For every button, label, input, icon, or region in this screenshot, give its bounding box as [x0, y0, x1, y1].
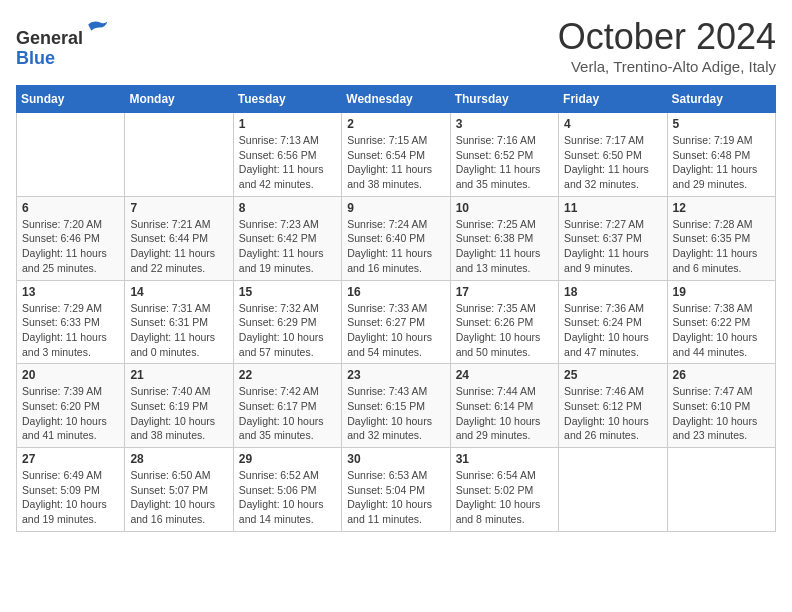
day-number: 4	[564, 117, 661, 131]
logo-bird-icon	[85, 16, 109, 44]
calendar-cell: 27Sunrise: 6:49 AM Sunset: 5:09 PM Dayli…	[17, 448, 125, 532]
logo: General Blue	[16, 16, 109, 69]
calendar-cell: 6Sunrise: 7:20 AM Sunset: 6:46 PM Daylig…	[17, 196, 125, 280]
calendar-week-row: 27Sunrise: 6:49 AM Sunset: 5:09 PM Dayli…	[17, 448, 776, 532]
day-number: 2	[347, 117, 444, 131]
day-info: Sunrise: 7:36 AM Sunset: 6:24 PM Dayligh…	[564, 301, 661, 360]
calendar-cell: 21Sunrise: 7:40 AM Sunset: 6:19 PM Dayli…	[125, 364, 233, 448]
day-number: 30	[347, 452, 444, 466]
day-info: Sunrise: 7:20 AM Sunset: 6:46 PM Dayligh…	[22, 217, 119, 276]
day-info: Sunrise: 7:38 AM Sunset: 6:22 PM Dayligh…	[673, 301, 770, 360]
day-number: 19	[673, 285, 770, 299]
calendar-cell: 30Sunrise: 6:53 AM Sunset: 5:04 PM Dayli…	[342, 448, 450, 532]
day-info: Sunrise: 7:28 AM Sunset: 6:35 PM Dayligh…	[673, 217, 770, 276]
day-number: 31	[456, 452, 553, 466]
day-info: Sunrise: 7:40 AM Sunset: 6:19 PM Dayligh…	[130, 384, 227, 443]
day-number: 1	[239, 117, 336, 131]
location-subtitle: Verla, Trentino-Alto Adige, Italy	[558, 58, 776, 75]
day-number: 29	[239, 452, 336, 466]
calendar-cell: 17Sunrise: 7:35 AM Sunset: 6:26 PM Dayli…	[450, 280, 558, 364]
calendar-cell: 15Sunrise: 7:32 AM Sunset: 6:29 PM Dayli…	[233, 280, 341, 364]
calendar-cell: 16Sunrise: 7:33 AM Sunset: 6:27 PM Dayli…	[342, 280, 450, 364]
month-title: October 2024	[558, 16, 776, 58]
day-info: Sunrise: 7:39 AM Sunset: 6:20 PM Dayligh…	[22, 384, 119, 443]
day-number: 10	[456, 201, 553, 215]
day-number: 6	[22, 201, 119, 215]
calendar-cell: 3Sunrise: 7:16 AM Sunset: 6:52 PM Daylig…	[450, 113, 558, 197]
day-number: 8	[239, 201, 336, 215]
calendar-cell	[125, 113, 233, 197]
calendar-cell: 12Sunrise: 7:28 AM Sunset: 6:35 PM Dayli…	[667, 196, 775, 280]
day-info: Sunrise: 7:21 AM Sunset: 6:44 PM Dayligh…	[130, 217, 227, 276]
day-info: Sunrise: 7:42 AM Sunset: 6:17 PM Dayligh…	[239, 384, 336, 443]
day-number: 18	[564, 285, 661, 299]
logo-text: General Blue	[16, 16, 109, 69]
day-number: 26	[673, 368, 770, 382]
day-info: Sunrise: 7:25 AM Sunset: 6:38 PM Dayligh…	[456, 217, 553, 276]
day-info: Sunrise: 7:29 AM Sunset: 6:33 PM Dayligh…	[22, 301, 119, 360]
day-info: Sunrise: 7:35 AM Sunset: 6:26 PM Dayligh…	[456, 301, 553, 360]
day-info: Sunrise: 7:19 AM Sunset: 6:48 PM Dayligh…	[673, 133, 770, 192]
calendar-cell: 26Sunrise: 7:47 AM Sunset: 6:10 PM Dayli…	[667, 364, 775, 448]
day-header-monday: Monday	[125, 86, 233, 113]
day-number: 5	[673, 117, 770, 131]
calendar-cell	[17, 113, 125, 197]
day-info: Sunrise: 7:43 AM Sunset: 6:15 PM Dayligh…	[347, 384, 444, 443]
day-info: Sunrise: 7:47 AM Sunset: 6:10 PM Dayligh…	[673, 384, 770, 443]
day-header-tuesday: Tuesday	[233, 86, 341, 113]
day-info: Sunrise: 7:16 AM Sunset: 6:52 PM Dayligh…	[456, 133, 553, 192]
day-info: Sunrise: 7:17 AM Sunset: 6:50 PM Dayligh…	[564, 133, 661, 192]
calendar-cell	[667, 448, 775, 532]
logo-general: General	[16, 28, 83, 48]
day-number: 23	[347, 368, 444, 382]
day-header-wednesday: Wednesday	[342, 86, 450, 113]
calendar-cell: 9Sunrise: 7:24 AM Sunset: 6:40 PM Daylig…	[342, 196, 450, 280]
calendar-cell: 2Sunrise: 7:15 AM Sunset: 6:54 PM Daylig…	[342, 113, 450, 197]
day-info: Sunrise: 7:27 AM Sunset: 6:37 PM Dayligh…	[564, 217, 661, 276]
day-info: Sunrise: 7:31 AM Sunset: 6:31 PM Dayligh…	[130, 301, 227, 360]
day-number: 16	[347, 285, 444, 299]
day-number: 21	[130, 368, 227, 382]
day-info: Sunrise: 6:52 AM Sunset: 5:06 PM Dayligh…	[239, 468, 336, 527]
calendar-cell: 8Sunrise: 7:23 AM Sunset: 6:42 PM Daylig…	[233, 196, 341, 280]
day-number: 15	[239, 285, 336, 299]
day-info: Sunrise: 6:54 AM Sunset: 5:02 PM Dayligh…	[456, 468, 553, 527]
day-info: Sunrise: 7:23 AM Sunset: 6:42 PM Dayligh…	[239, 217, 336, 276]
day-info: Sunrise: 6:53 AM Sunset: 5:04 PM Dayligh…	[347, 468, 444, 527]
day-header-thursday: Thursday	[450, 86, 558, 113]
calendar-cell: 28Sunrise: 6:50 AM Sunset: 5:07 PM Dayli…	[125, 448, 233, 532]
calendar-cell: 10Sunrise: 7:25 AM Sunset: 6:38 PM Dayli…	[450, 196, 558, 280]
calendar-cell: 29Sunrise: 6:52 AM Sunset: 5:06 PM Dayli…	[233, 448, 341, 532]
calendar-cell: 31Sunrise: 6:54 AM Sunset: 5:02 PM Dayli…	[450, 448, 558, 532]
day-header-sunday: Sunday	[17, 86, 125, 113]
calendar-cell: 23Sunrise: 7:43 AM Sunset: 6:15 PM Dayli…	[342, 364, 450, 448]
day-info: Sunrise: 7:13 AM Sunset: 6:56 PM Dayligh…	[239, 133, 336, 192]
page-header: General Blue October 2024 Verla, Trentin…	[16, 16, 776, 75]
logo-blue: Blue	[16, 48, 55, 68]
calendar-cell: 5Sunrise: 7:19 AM Sunset: 6:48 PM Daylig…	[667, 113, 775, 197]
calendar-table: SundayMondayTuesdayWednesdayThursdayFrid…	[16, 85, 776, 532]
day-number: 20	[22, 368, 119, 382]
calendar-cell: 1Sunrise: 7:13 AM Sunset: 6:56 PM Daylig…	[233, 113, 341, 197]
calendar-cell: 13Sunrise: 7:29 AM Sunset: 6:33 PM Dayli…	[17, 280, 125, 364]
day-number: 3	[456, 117, 553, 131]
calendar-cell: 18Sunrise: 7:36 AM Sunset: 6:24 PM Dayli…	[559, 280, 667, 364]
calendar-cell: 20Sunrise: 7:39 AM Sunset: 6:20 PM Dayli…	[17, 364, 125, 448]
calendar-cell: 4Sunrise: 7:17 AM Sunset: 6:50 PM Daylig…	[559, 113, 667, 197]
day-header-friday: Friday	[559, 86, 667, 113]
calendar-cell	[559, 448, 667, 532]
calendar-cell: 11Sunrise: 7:27 AM Sunset: 6:37 PM Dayli…	[559, 196, 667, 280]
day-number: 28	[130, 452, 227, 466]
day-header-saturday: Saturday	[667, 86, 775, 113]
calendar-week-row: 6Sunrise: 7:20 AM Sunset: 6:46 PM Daylig…	[17, 196, 776, 280]
day-number: 13	[22, 285, 119, 299]
day-number: 14	[130, 285, 227, 299]
day-number: 9	[347, 201, 444, 215]
calendar-cell: 19Sunrise: 7:38 AM Sunset: 6:22 PM Dayli…	[667, 280, 775, 364]
day-number: 7	[130, 201, 227, 215]
calendar-week-row: 1Sunrise: 7:13 AM Sunset: 6:56 PM Daylig…	[17, 113, 776, 197]
day-number: 27	[22, 452, 119, 466]
calendar-week-row: 20Sunrise: 7:39 AM Sunset: 6:20 PM Dayli…	[17, 364, 776, 448]
day-number: 25	[564, 368, 661, 382]
title-area: October 2024 Verla, Trentino-Alto Adige,…	[558, 16, 776, 75]
